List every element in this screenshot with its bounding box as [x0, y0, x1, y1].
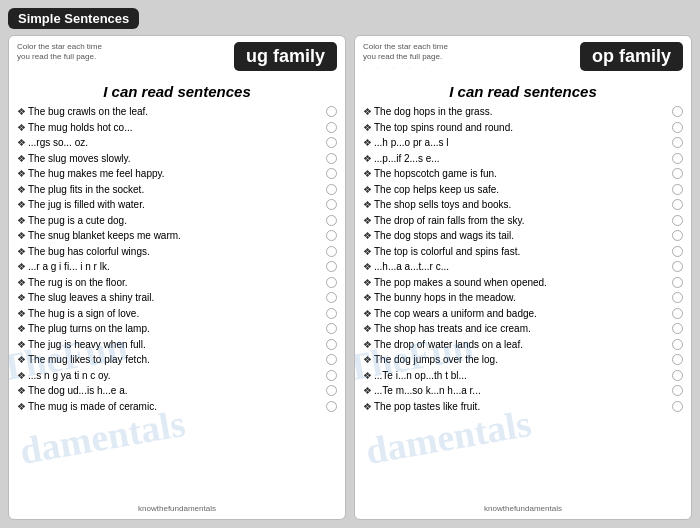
sentence-row: ❖...Te i...n op...th t bl... [363, 368, 683, 384]
sentence-text: ❖The jug is filled with water. [17, 197, 322, 213]
sentence-row: ❖The hopscotch game is fun. [363, 166, 683, 182]
sentence-text: ❖The jug is heavy when full. [17, 337, 322, 353]
sentence-circle[interactable] [326, 137, 337, 148]
sentence-row: ❖The plug turns on the lamp. [17, 321, 337, 337]
sentence-circle[interactable] [672, 339, 683, 350]
sentence-circle[interactable] [672, 277, 683, 288]
sentence-row: ❖The pop makes a sound when opened. [363, 275, 683, 291]
sentence-text: ❖The shop has treats and ice cream. [363, 321, 668, 337]
left-panel: TheFun damentals Color the star each tim… [8, 35, 346, 520]
sentence-circle[interactable] [326, 215, 337, 226]
sentence-circle[interactable] [326, 122, 337, 133]
sentence-circle[interactable] [672, 323, 683, 334]
sentence-circle[interactable] [326, 184, 337, 195]
sentence-row: ❖...Te m...so k...n h...a r... [363, 383, 683, 399]
sentence-row: ❖The pug is a cute dog. [17, 213, 337, 229]
sentence-text: ❖The plug fits in the socket. [17, 182, 322, 198]
sentence-circle[interactable] [326, 168, 337, 179]
sentence-circle[interactable] [672, 122, 683, 133]
sentence-circle[interactable] [672, 246, 683, 257]
left-star-label1: Color the star each time [17, 42, 102, 52]
left-panel-header: Color the star each time you read the fu… [17, 42, 337, 77]
sentence-text: ❖The dog stops and wags its tail. [363, 228, 668, 244]
sentence-row: ❖...rgs so... oz. [17, 135, 337, 151]
sentence-circle[interactable] [326, 370, 337, 381]
sentence-circle[interactable] [326, 261, 337, 272]
sentence-text: ❖...s n g ya ti n c oy. [17, 368, 322, 384]
sentence-text: ❖The rug is on the floor. [17, 275, 322, 291]
sentence-circle[interactable] [672, 292, 683, 303]
sentence-row: ❖The drop of water lands on a leaf. [363, 337, 683, 353]
left-star-3 [49, 63, 63, 77]
sentence-circle[interactable] [326, 292, 337, 303]
app-title: Simple Sentences [18, 11, 129, 26]
sentence-row: ❖The dog hops in the grass. [363, 104, 683, 120]
sentence-row: ❖The drop of rain falls from the sky. [363, 213, 683, 229]
sentence-circle[interactable] [326, 323, 337, 334]
sentence-circle[interactable] [326, 153, 337, 164]
sentence-text: ❖The dog jumps over the log. [363, 352, 668, 368]
sentence-circle[interactable] [326, 339, 337, 350]
sentence-circle[interactable] [672, 261, 683, 272]
sentence-text: ❖The hug makes me feel happy. [17, 166, 322, 182]
sentence-row: ❖The cop wears a uniform and badge. [363, 306, 683, 322]
sentence-circle[interactable] [672, 153, 683, 164]
sentence-row: ❖The bug has colorful wings. [17, 244, 337, 260]
sentence-circle[interactable] [672, 137, 683, 148]
sentence-circle[interactable] [672, 230, 683, 241]
sentence-row: ❖The jug is filled with water. [17, 197, 337, 213]
sentence-row: ❖The top spins round and round. [363, 120, 683, 136]
sentence-circle[interactable] [326, 230, 337, 241]
right-panel: TheFun damentals Color the star each tim… [354, 35, 692, 520]
sentence-row: ❖The slug moves slowly. [17, 151, 337, 167]
right-family-badge: op family [580, 42, 683, 71]
sentence-circle[interactable] [672, 354, 683, 365]
sentence-row: ❖The mug is made of ceramic. [17, 399, 337, 415]
sentence-row: ❖The mug likes to play fetch. [17, 352, 337, 368]
sentence-row: ❖The dog jumps over the log. [363, 352, 683, 368]
sentence-circle[interactable] [672, 184, 683, 195]
sentence-row: ❖The hug is a sign of love. [17, 306, 337, 322]
sentence-circle[interactable] [326, 199, 337, 210]
right-star-label1: Color the star each time [363, 42, 448, 52]
sentence-text: ❖The hug is a sign of love. [17, 306, 322, 322]
sentence-circle[interactable] [326, 308, 337, 319]
sentence-text: ❖The pop tastes like fruit. [363, 399, 668, 415]
right-panel-header: Color the star each time you read the fu… [363, 42, 683, 77]
left-family-badge: ug family [234, 42, 337, 71]
left-star-area: Color the star each time you read the fu… [17, 42, 102, 77]
sentence-circle[interactable] [326, 246, 337, 257]
right-panel-title: I can read sentences [363, 83, 683, 100]
sentence-circle[interactable] [672, 215, 683, 226]
sentence-circle[interactable] [326, 106, 337, 117]
sentence-text: ❖The drop of rain falls from the sky. [363, 213, 668, 229]
right-stars [363, 63, 448, 77]
sentence-row: ❖The rug is on the floor. [17, 275, 337, 291]
sentence-text: ❖The shop sells toys and books. [363, 197, 668, 213]
sentence-text: ❖The dog ud...is h...e a. [17, 383, 322, 399]
sentence-text: ❖The top spins round and round. [363, 120, 668, 136]
left-sentence-list: ❖The bug crawls on the leaf.❖The mug hol… [17, 104, 337, 500]
sentence-circle[interactable] [326, 277, 337, 288]
sentence-circle[interactable] [672, 199, 683, 210]
right-star-area: Color the star each time you read the fu… [363, 42, 448, 77]
sentence-circle[interactable] [326, 385, 337, 396]
right-star-1 [363, 63, 377, 77]
sentence-circle[interactable] [672, 401, 683, 412]
sentence-circle[interactable] [672, 370, 683, 381]
sentence-circle[interactable] [672, 106, 683, 117]
sentence-row: ❖...r a g i fi... i n r lk. [17, 259, 337, 275]
sentence-circle[interactable] [672, 385, 683, 396]
sentence-circle[interactable] [672, 168, 683, 179]
sentence-circle[interactable] [326, 401, 337, 412]
sentence-text: ❖The bug crawls on the leaf. [17, 104, 322, 120]
sentence-text: ❖...r a g i fi... i n r lk. [17, 259, 322, 275]
sentence-circle[interactable] [326, 354, 337, 365]
left-stars [17, 63, 102, 77]
sentence-text: ❖...Te i...n op...th t bl... [363, 368, 668, 384]
sentence-text: ❖The slug leaves a shiny trail. [17, 290, 322, 306]
sentence-circle[interactable] [672, 308, 683, 319]
sentence-row: ❖The jug is heavy when full. [17, 337, 337, 353]
sentence-text: ❖The hopscotch game is fun. [363, 166, 668, 182]
sentence-row: ❖...h p...o pr a...s l [363, 135, 683, 151]
